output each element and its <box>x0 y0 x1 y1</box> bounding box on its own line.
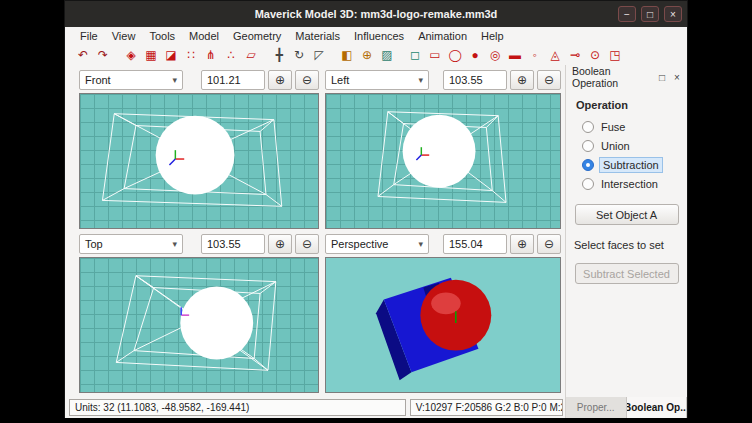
zoom-in-button[interactable]: ⊕ <box>510 70 534 90</box>
radio-icon <box>582 121 594 133</box>
zoom-out-button[interactable]: ⊖ <box>295 234 319 254</box>
zoom-in-button[interactable]: ⊕ <box>268 234 292 254</box>
menu-materials[interactable]: Materials <box>288 29 347 43</box>
menu-file[interactable]: File <box>73 29 105 43</box>
panel-header-buttons: □ × <box>656 72 683 83</box>
viewport-select-front[interactable]: Front ▾ <box>79 70 183 90</box>
undo-icon[interactable]: ↶ <box>73 46 93 64</box>
chevron-down-icon: ▾ <box>418 75 423 85</box>
zoom-value-top[interactable] <box>201 234 265 254</box>
viewport-select-perspective[interactable]: Perspective ▾ <box>325 234 429 254</box>
create-vertex-icon[interactable]: ◦ <box>525 46 545 64</box>
select-projections-icon[interactable]: ▱ <box>241 46 261 64</box>
set-object-a-button[interactable]: Set Object A <box>575 204 679 225</box>
select-faces-icon[interactable]: ◪ <box>161 46 181 64</box>
zoom-in-button[interactable]: ⊕ <box>268 70 292 90</box>
drag-vertex-tool-icon[interactable]: ⊕ <box>357 46 377 64</box>
menu-help[interactable]: Help <box>474 29 511 43</box>
zoom-value-front[interactable] <box>201 70 265 90</box>
zoom-value-left[interactable] <box>443 70 507 90</box>
create-cube-icon[interactable]: ◻ <box>405 46 425 64</box>
radio-icon <box>582 159 594 171</box>
radio-subtraction[interactable]: Subtraction <box>582 157 687 173</box>
operation-section-label: Operation <box>576 99 687 111</box>
statusbar: Units: 32 (11.1083, -48.9582, -169.441) … <box>65 397 565 418</box>
dock-tabbar: Proper... Boolean Op... <box>565 397 687 418</box>
background-image-icon[interactable]: ▨ <box>377 46 397 64</box>
window-maximize-button[interactable]: □ <box>641 6 659 22</box>
select-groups-icon[interactable]: ▦ <box>141 46 161 64</box>
chevron-down-icon: ▾ <box>418 239 423 249</box>
create-bone-joint-icon[interactable]: ⊸ <box>565 46 585 64</box>
menu-animation[interactable]: Animation <box>411 29 474 43</box>
viewport-select-value: Front <box>85 74 111 86</box>
create-torus-icon[interactable]: ◎ <box>485 46 505 64</box>
zoom-out-button[interactable]: ⊖ <box>295 70 319 90</box>
create-rectangle-icon[interactable]: ▬ <box>505 46 525 64</box>
menu-influences[interactable]: Influences <box>347 29 411 43</box>
tab-properties[interactable]: Proper... <box>566 397 627 418</box>
radio-intersection[interactable]: Intersection <box>582 176 687 192</box>
window-title: Maverick Model 3D: mm3d-logo-remake.mm3d <box>255 8 498 20</box>
zoom-out-button[interactable]: ⊖ <box>537 234 561 254</box>
menu-view[interactable]: View <box>105 29 143 43</box>
menu-geometry[interactable]: Geometry <box>226 29 288 43</box>
window-controls: − □ × <box>618 6 682 22</box>
radio-icon <box>582 140 594 152</box>
radio-union[interactable]: Union <box>582 138 687 154</box>
create-projection-icon[interactable]: ◳ <box>605 46 625 64</box>
panel-title: Boolean Operation <box>572 65 656 89</box>
top-wireframe <box>80 258 318 392</box>
tab-boolean-operation[interactable]: Boolean Op... <box>627 397 688 418</box>
select-vertices-icon[interactable]: ∷ <box>181 46 201 64</box>
create-cylinder-icon[interactable]: ▭ <box>425 46 445 64</box>
viewport-select-value: Left <box>331 74 349 86</box>
zoom-out-button[interactable]: ⊖ <box>537 70 561 90</box>
select-connected-icon[interactable]: ◈ <box>121 46 141 64</box>
top-viewport-controls: Top ▾ ⊕ ⊖ <box>79 233 319 255</box>
zoom-value-perspective[interactable] <box>443 234 507 254</box>
front-view-canvas[interactable] <box>79 93 319 229</box>
perspective-view-canvas[interactable] <box>325 257 561 393</box>
menu-tools[interactable]: Tools <box>142 29 182 43</box>
perspective-viewport-controls: Perspective ▾ ⊕ ⊖ <box>325 233 561 255</box>
create-point-icon[interactable]: ⊙ <box>585 46 605 64</box>
close-panel-icon[interactable]: × <box>671 72 683 83</box>
chevron-down-icon: ▾ <box>172 239 177 249</box>
menu-model[interactable]: Model <box>182 29 226 43</box>
select-bone-joints-icon[interactable]: ⋔ <box>201 46 221 64</box>
viewport-select-top[interactable]: Top ▾ <box>79 234 183 254</box>
subtract-selected-button[interactable]: Subtract Selected <box>575 263 679 284</box>
front-viewport-controls: Front ▾ ⊕ ⊖ <box>79 69 319 91</box>
radio-label: Union <box>599 139 632 153</box>
rotate-tool-icon[interactable]: ↻ <box>289 46 309 64</box>
create-polygon-icon[interactable]: ◬ <box>545 46 565 64</box>
radio-label: Subtraction <box>599 157 663 173</box>
status-model-stats: V:10297 F:20586 G:2 B:0 P:0 M:2 <box>410 399 563 416</box>
create-sphere-icon[interactable]: ● <box>465 46 485 64</box>
top-view-canvas[interactable] <box>79 257 319 393</box>
select-faces-label: Select faces to set <box>574 239 687 251</box>
toolbar-icons: ↶↷◈▦◪∷⋔∴▱╋↻◸◧⊕▨◻▭◯●◎▬◦◬⊸⊙◳ <box>65 44 687 65</box>
titlebar: Maverick Model 3D: mm3d-logo-remake.mm3d… <box>65 1 687 27</box>
boolean-operation-panel: Boolean Operation □ × Operation Fuse Uni… <box>565 65 687 397</box>
extrude-tool-icon[interactable]: ◧ <box>337 46 357 64</box>
front-wireframe <box>80 94 318 228</box>
radio-fuse[interactable]: Fuse <box>582 119 687 135</box>
menubar: File View Tools Model Geometry Materials… <box>65 27 687 44</box>
select-points-icon[interactable]: ∴ <box>221 46 241 64</box>
viewport-select-left[interactable]: Left ▾ <box>325 70 429 90</box>
float-panel-icon[interactable]: □ <box>656 72 668 83</box>
radio-label: Intersection <box>599 177 660 191</box>
viewport-select-value: Top <box>85 238 103 250</box>
scale-tool-icon[interactable]: ◸ <box>309 46 329 64</box>
window-minimize-button[interactable]: − <box>618 6 636 22</box>
left-view-canvas[interactable] <box>325 93 561 229</box>
create-ellipsoid-icon[interactable]: ◯ <box>445 46 465 64</box>
zoom-in-button[interactable]: ⊕ <box>510 234 534 254</box>
viewport-select-value: Perspective <box>331 238 388 250</box>
redo-icon[interactable]: ↷ <box>93 46 113 64</box>
move-tool-icon[interactable]: ╋ <box>269 46 289 64</box>
window-close-button[interactable]: × <box>664 6 682 22</box>
status-units: Units: 32 (11.1083, -48.9582, -169.441) <box>69 399 406 416</box>
